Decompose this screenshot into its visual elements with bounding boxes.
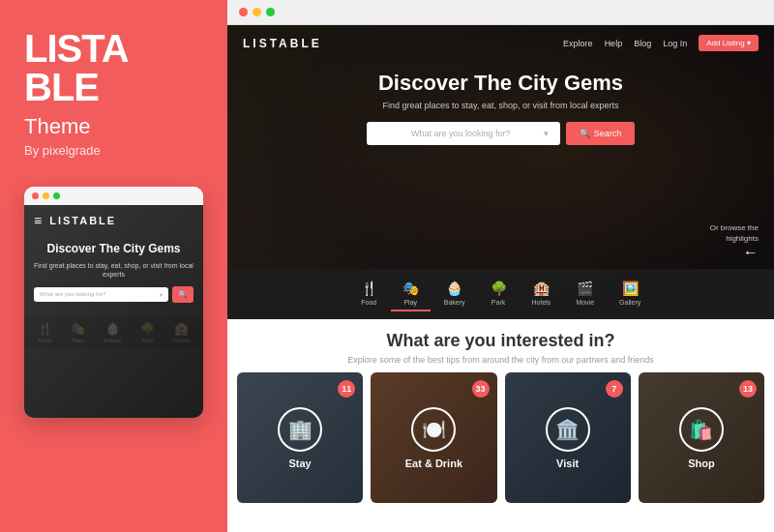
desktop-nav-links: Explore Help Blog Log In Add Listing ▾ xyxy=(563,35,759,51)
search-placeholder: What are you looking for? xyxy=(378,129,544,138)
desktop-bakery-icon: 🧁 xyxy=(446,281,462,296)
card-eat[interactable]: 33 🍽️ Eat & Drink xyxy=(371,372,496,503)
mobile-dot-green xyxy=(53,192,60,199)
mobile-dot-red xyxy=(32,192,39,199)
desktop-park-icon: 🌳 xyxy=(491,281,507,296)
mobile-nav: ≡ LISTABLE xyxy=(24,205,203,236)
left-panel: LISTA BLE Theme By pixelgrade ≡ LISTABLE… xyxy=(0,0,227,532)
mobile-search-input[interactable]: What are you looking for? ▾ xyxy=(34,287,168,302)
desktop-cat-movie[interactable]: 🎬 Movie xyxy=(564,277,606,311)
card-shop-content: 🛍️ Shop xyxy=(639,372,764,503)
card-visit[interactable]: 7 🏛️ Visit xyxy=(505,372,631,503)
desktop-cat-gallery[interactable]: 🖼️ Gallery xyxy=(608,277,652,311)
mobile-screen: ≡ LISTABLE Discover The City Gems Find g… xyxy=(24,205,203,418)
desktop-bakery-label: Bakery xyxy=(444,299,465,306)
right-panel: LISTABLE Explore Help Blog Log In Add Li… xyxy=(227,0,774,532)
card-visit-content: 🏛️ Visit xyxy=(505,372,631,503)
eat-icon: 🍽️ xyxy=(411,407,456,452)
card-stay-label: Stay xyxy=(289,458,312,469)
desktop-cat-play[interactable]: 🎭 Play xyxy=(391,277,431,311)
browse-hint-text: Or browse thehighlights xyxy=(710,223,759,244)
desktop-browser-bar xyxy=(227,0,774,25)
desktop-food-icon: 🍴 xyxy=(361,281,377,296)
bottom-title: What are you interested in? xyxy=(227,331,774,351)
mobile-search-placeholder: What are you looking for? xyxy=(40,291,105,297)
desktop-play-label: Play xyxy=(403,299,417,306)
desktop-park-label: Park xyxy=(491,299,505,306)
bottom-section: What are you interested in? Explore some… xyxy=(227,319,774,532)
mobile-mockup: ≡ LISTABLE Discover The City Gems Find g… xyxy=(24,187,203,418)
desktop-gallery-icon: 🖼️ xyxy=(622,281,639,296)
desktop-hero: Discover The City Gems Find great places… xyxy=(227,61,774,161)
mobile-dot-yellow xyxy=(43,192,49,199)
mobile-heading: Discover The City Gems xyxy=(34,242,194,257)
mobile-logo: LISTABLE xyxy=(49,215,116,226)
bottom-subtitle: Explore some of the best tips from aroun… xyxy=(227,355,774,365)
nav-login[interactable]: Log In xyxy=(663,39,687,48)
desktop-search-row: What are you looking for? ▾ 🔍 Search xyxy=(247,122,755,145)
browse-hint: Or browse thehighlights ← xyxy=(710,223,759,261)
mobile-search-bar: What are you looking for? ▾ 🔍 xyxy=(34,286,194,303)
desktop-hero-title: Discover The City Gems xyxy=(247,71,755,96)
mobile-dropdown-icon: ▾ xyxy=(160,291,163,298)
mobile-search-button[interactable]: 🔍 xyxy=(172,286,194,303)
desktop-categories: 🍴 Food 🎭 Play 🧁 Bakery 🌳 Park 🏨 H xyxy=(227,269,774,319)
desktop-dot-red xyxy=(239,8,248,16)
desktop-search-button[interactable]: 🔍 Search xyxy=(566,122,636,145)
desktop-screen: LISTABLE Explore Help Blog Log In Add Li… xyxy=(227,25,774,319)
desktop-cat-bakery[interactable]: 🧁 Bakery xyxy=(432,277,477,311)
desktop-hotels-icon: 🏨 xyxy=(533,281,550,296)
card-shop[interactable]: 13 🛍️ Shop xyxy=(639,372,764,503)
mobile-subheading: Find great places to stay, eat, shop, or… xyxy=(34,261,194,279)
card-visit-label: Visit xyxy=(556,458,579,469)
card-stay-content: 🏢 Stay xyxy=(237,372,363,503)
stay-icon: 🏢 xyxy=(278,407,322,452)
nav-explore[interactable]: Explore xyxy=(563,39,593,48)
card-stay[interactable]: 11 🏢 Stay xyxy=(237,372,363,503)
card-eat-label: Eat & Drink xyxy=(405,458,462,469)
nav-help[interactable]: Help xyxy=(605,39,623,48)
desktop-gallery-label: Gallery xyxy=(619,299,640,306)
dropdown-chevron-icon: ▾ xyxy=(544,129,549,138)
desktop-hero-subtitle: Find great places to stay, eat, shop, or… xyxy=(247,101,755,110)
brand-by: By pixelgrade xyxy=(24,143,101,158)
cards-row: 11 🏢 Stay 33 🍽️ Eat & Drink 7 xyxy=(227,372,774,503)
desktop-play-icon: 🎭 xyxy=(402,281,419,296)
desktop-search-input[interactable]: What are you looking for? ▾ xyxy=(367,122,560,145)
desktop-food-label: Food xyxy=(361,299,376,306)
desktop-cat-park[interactable]: 🌳 Park xyxy=(479,277,519,311)
nav-blog[interactable]: Blog xyxy=(634,39,651,48)
desktop-dot-green xyxy=(266,8,275,16)
mobile-browser-bar xyxy=(24,187,203,205)
visit-icon: 🏛️ xyxy=(546,407,590,452)
search-icon: 🔍 xyxy=(580,129,590,138)
hamburger-icon: ≡ xyxy=(34,213,42,228)
desktop-cat-hotels[interactable]: 🏨 Hotels xyxy=(521,277,563,311)
desktop-cat-food[interactable]: 🍴 Food xyxy=(349,277,389,311)
desktop-movie-icon: 🎬 xyxy=(577,281,593,296)
bottom-header: What are you interested in? Explore some… xyxy=(227,319,774,372)
desktop-movie-label: Movie xyxy=(576,299,594,306)
card-shop-label: Shop xyxy=(688,458,715,469)
desktop-dot-yellow xyxy=(253,8,261,16)
desktop-nav: LISTABLE Explore Help Blog Log In Add Li… xyxy=(227,25,774,61)
brand-title: LISTA BLE xyxy=(24,29,129,106)
card-eat-content: 🍽️ Eat & Drink xyxy=(371,372,496,503)
add-listing-button[interactable]: Add Listing ▾ xyxy=(699,35,759,51)
desktop-logo: LISTABLE xyxy=(243,37,322,50)
desktop-hotels-label: Hotels xyxy=(532,299,551,306)
shop-icon: 🛍️ xyxy=(679,407,724,452)
theme-label: Theme xyxy=(24,114,90,139)
arrow-icon: ← xyxy=(710,244,759,261)
search-btn-label: Search xyxy=(594,129,622,138)
mobile-content: Discover The City Gems Find great places… xyxy=(24,236,203,316)
desktop-browser: LISTABLE Explore Help Blog Log In Add Li… xyxy=(227,0,774,319)
